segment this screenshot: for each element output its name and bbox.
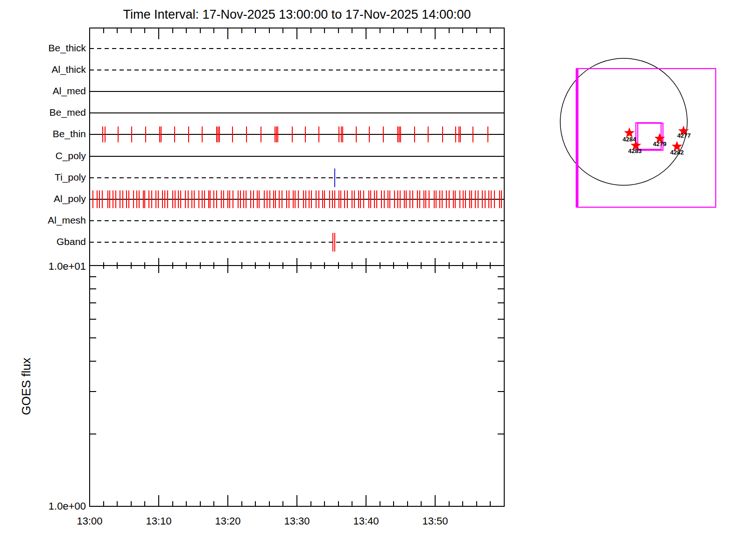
row-line-ti_poly [90,177,504,178]
axis-tick-mid [462,262,463,269]
x-tick-label: 13:00 [62,515,118,527]
filter-activity-tick [133,190,134,208]
axis-tick-top [324,28,325,33]
filter-activity-tick [446,190,447,208]
filter-activity-tick [208,190,209,208]
axis-tick-mid [338,262,339,269]
axis-tick-mid [296,258,297,273]
filter-activity-tick [131,126,132,142]
filter-activity-tick [221,190,222,208]
filter-activity-tick [394,190,395,208]
axis-tick-top [158,28,159,39]
x-tick-label: 13:50 [407,515,463,527]
row-label-c_poly: C_poly [16,150,86,161]
filter-activity-tick [434,190,435,208]
filter-activity-tick [428,126,429,142]
filter-activity-tick [347,190,348,208]
filter-activity-tick [439,190,440,208]
filter-activity-tick [204,190,205,208]
axis-tick-top [462,28,463,33]
axis-tick-bottom [462,501,463,506]
row-label-al_poly: Al_poly [16,193,86,204]
log-minor-tick-right [498,319,504,320]
sun-map: 42844283427942824277 [551,47,728,219]
filter-activity-tick [188,190,189,208]
axis-tick-top [131,28,132,33]
filter-activity-tick [240,190,241,208]
filter-activity-tick [354,190,355,208]
axis-tick-top [103,28,104,33]
axis-tick-bottom [421,501,422,506]
filter-activity-tick [191,190,192,208]
axis-tick-mid [186,262,187,269]
filter-activity-tick [472,126,473,142]
filter-activity-tick [494,190,495,208]
filter-activity-tick [267,190,268,208]
axis-tick-mid [393,262,394,269]
log-minor-tick-right [498,276,504,277]
axis-tick-mid [476,262,477,269]
filter-activity-tick [259,190,260,208]
filter-activity-tick [158,190,159,208]
row-line-al_thick [90,70,504,70]
axis-tick-top [213,28,214,33]
filter-activity-tick [178,190,179,208]
axis-tick-top [144,28,145,33]
axis-tick-bottom [296,495,297,506]
axis-tick-mid [144,262,145,269]
filter-activity-tick [210,190,211,208]
axis-tick-bottom [200,501,201,506]
row-line-be_med [90,112,504,113]
y-tick-label-bottom: 1.0e+00 [36,500,86,512]
filter-activity-tick [202,190,203,208]
x-tick-label: 13:10 [131,515,187,527]
filter-activity-tick [316,190,317,208]
row-label-al_mesh: Al_mesh [16,215,86,226]
axis-tick-bottom [380,501,381,506]
axis-tick-mid [172,262,173,269]
filter-activity-tick [218,126,218,142]
filter-activity-tick [97,190,98,208]
filter-activity-tick [250,190,251,208]
filter-activity-tick [216,126,217,142]
axis-tick-top [186,28,187,33]
row-line-be_thick [90,48,504,49]
row-line-c_poly [90,156,504,157]
filter-activity-tick [246,126,247,142]
filter-activity-tick [463,190,464,208]
filter-activity-tick [269,190,270,208]
axis-tick-bottom [213,501,214,506]
filter-activity-tick [412,190,413,208]
axis-tick-top [172,28,173,33]
filter-activity-tick [475,190,476,208]
filter-activity-tick [109,190,110,208]
filter-activity-tick [227,190,228,208]
filter-activity-tick [397,126,398,142]
axis-tick-mid [324,262,325,269]
axis-tick-bottom [131,501,132,506]
filter-activity-tick [455,190,456,208]
filter-activity-tick [305,126,306,142]
filter-activity-tick [264,190,265,208]
axis-tick-bottom [310,501,311,506]
filter-activity-tick [107,190,108,208]
filter-activity-tick [293,190,294,208]
filter-activity-tick [92,190,93,208]
filter-activity-tick [144,190,145,208]
axis-tick-mid [213,262,214,269]
filter-activity-tick [318,190,319,208]
axis-tick-top [476,28,477,33]
axis-tick-bottom [338,501,339,506]
filter-activity-tick [469,190,470,208]
filter-activity-tick [442,126,443,142]
axis-tick-bottom [241,501,242,506]
axis-tick-top [366,28,366,39]
filter-activity-tick [223,190,224,208]
filter-activity-tick [198,190,199,208]
filter-activity-tick [400,126,401,142]
axis-tick-mid [200,262,201,269]
axis-tick-bottom [103,501,104,506]
filter-activity-tick [185,190,186,208]
filter-activity-tick [232,126,233,142]
filter-activity-tick [99,190,100,208]
